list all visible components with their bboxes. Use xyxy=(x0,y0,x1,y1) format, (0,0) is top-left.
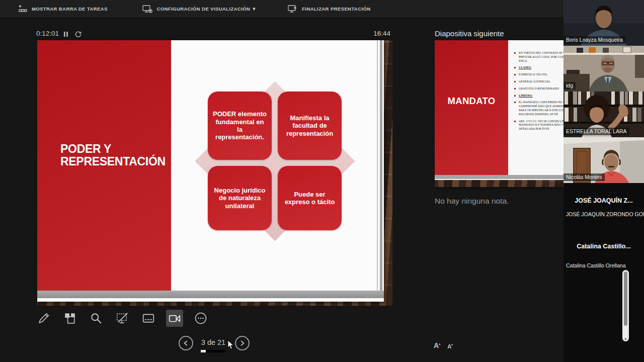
next-slide-header: Diapositiva siguiente xyxy=(435,29,504,38)
slide-progress-bar xyxy=(201,350,225,352)
next-slide-bullets: EN VIRTUD DEL CONTRATO SE OBLIGA A PREST… xyxy=(514,51,564,134)
mouse-cursor xyxy=(227,340,234,350)
bullet-item: EN VIRTUD DEL CONTRATO SE OBLIGA A PREST… xyxy=(514,51,564,63)
slide-box: Negocio jurídico de naturaleza unilatera… xyxy=(208,166,272,230)
participant-name-label: idg xyxy=(564,82,576,89)
video-tile[interactable]: Nicolás Montes xyxy=(564,137,644,183)
presenter-top-bar: MOSTRAR BARRA DE TAREAS CONFIGURACIÓN DE… xyxy=(0,0,564,18)
video-tile[interactable]: idg xyxy=(564,46,644,92)
notes-font-controls: A▴ A▾ xyxy=(434,341,453,349)
next-slide-title-panel: MANDATO xyxy=(435,40,508,175)
participants-scrollbar[interactable]: ▼ xyxy=(622,270,629,341)
show-taskbar-button[interactable]: MOSTRAR BARRA DE TAREAS xyxy=(18,4,108,14)
zoom-icon[interactable] xyxy=(88,310,105,327)
current-time: 16:44 xyxy=(347,30,390,37)
black-screen-icon[interactable] xyxy=(114,310,131,327)
bullet-item: EL MANDATO, CONCEBIDO NO COMPRENDE MÁS Q… xyxy=(514,101,564,116)
previous-slide-button[interactable] xyxy=(179,336,193,350)
slide-frame-line xyxy=(377,40,378,291)
pen-icon[interactable] xyxy=(35,310,52,327)
next-slide-title: MANDATO xyxy=(435,96,508,107)
slide-box: Manifiesta la facultad de representación xyxy=(278,92,342,160)
slide-title-panel: PODER Y REPRESENTACIÓN xyxy=(37,40,171,291)
meeting-participants-panel: Boris Loayza Mosqueira idg xyxy=(564,0,644,362)
decrease-font-button[interactable]: A▾ xyxy=(447,343,453,349)
participant-name-label: Boris Loayza Mosqueira xyxy=(564,36,625,44)
slide-frame-line xyxy=(380,40,382,291)
more-options-icon[interactable] xyxy=(192,310,209,327)
next-slide-thumbnail[interactable]: MANDATO EN VIRTUD DEL CONTRATO SE OBLIGA… xyxy=(435,40,564,187)
participant-display-name[interactable]: Catalina Castillo... xyxy=(564,243,644,250)
slide-box: Puede ser expreso o tácito xyxy=(278,166,342,230)
bullet-item: EXPRESO O TÁCITO. xyxy=(514,73,564,77)
display-settings-label: CONFIGURACIÓN DE VISUALIZACIÓN ▼ xyxy=(157,6,257,12)
participant-name-label: Nicolás Montes xyxy=(564,173,605,181)
notes-placeholder: No hay ninguna nota. xyxy=(435,197,509,206)
bullet-item: GRATUITO O REMUNERADO xyxy=(514,87,564,91)
video-tile[interactable]: Boris Loayza Mosqueira xyxy=(564,0,644,46)
current-slide[interactable]: PODER Y REPRESENTACIÓN PODER elemento fu… xyxy=(37,40,384,302)
bullet-item: ART. 1715 CC: NO SE CONSID LÍMITES DEL M… xyxy=(514,120,564,131)
end-presentation-button[interactable]: FINALIZAR PRESENTACIÓN xyxy=(287,4,370,14)
elapsed-timer: 0:12:01 xyxy=(36,30,59,37)
next-slide-frame-bar xyxy=(435,175,564,179)
next-slide: MANDATO EN VIRTUD DEL CONTRATO SE OBLIGA… xyxy=(435,40,564,180)
slide-title: PODER Y REPRESENTACIÓN xyxy=(60,143,169,168)
presenter-view-app: { "top_bar": { "show_taskbar": "MOSTRAR … xyxy=(0,0,644,362)
all-slides-icon[interactable] xyxy=(61,310,78,327)
increase-font-button[interactable]: A▴ xyxy=(434,341,440,349)
participant-name-label: ESTRELLA TORAL LARA xyxy=(564,128,629,135)
taskbar-icon xyxy=(18,4,28,14)
video-tile[interactable]: ESTRELLA TORAL LARA xyxy=(564,92,644,137)
scrollbar-thumb[interactable] xyxy=(624,272,627,326)
presenter-toolbar xyxy=(35,308,209,328)
show-taskbar-label: MOSTRAR BARRA DE TAREAS xyxy=(32,6,108,12)
camera-icon[interactable] xyxy=(166,310,183,327)
display-settings-button[interactable]: CONFIGURACIÓN DE VISUALIZACIÓN ▼ xyxy=(142,4,257,14)
end-presentation-icon xyxy=(287,4,298,14)
slide-position: 3 de 21 xyxy=(199,338,227,346)
current-slide-stage: PODER Y REPRESENTACIÓN PODER elemento fu… xyxy=(37,40,392,306)
end-presentation-label: FINALIZAR PRESENTACIÓN xyxy=(302,6,370,12)
participant-name-label: Catalina Castillo Orellana xyxy=(565,262,627,269)
display-settings-icon xyxy=(142,4,153,14)
slide-progress-fill xyxy=(201,350,206,352)
slide-box: PODER elemento fundamental en la represe… xyxy=(208,92,272,160)
next-slide-button[interactable] xyxy=(235,336,250,350)
slide-frame-bar xyxy=(37,291,384,298)
restart-timer-button[interactable] xyxy=(73,30,83,39)
bullet-item: LÍMITES: xyxy=(514,94,564,98)
pause-timer-button[interactable] xyxy=(61,30,70,39)
captions-icon[interactable] xyxy=(140,310,157,327)
bullet-item: GENERAL O ESPECIAL xyxy=(514,80,564,84)
participant-name-label: JOSÉ JOAQUÍN ZORONDO GONTHIER xyxy=(565,211,644,218)
scrollbar-down-arrow[interactable]: ▼ xyxy=(622,337,629,341)
bullet-item: CLASES: xyxy=(514,66,564,70)
participant-display-name[interactable]: JOSÉ JOAQUÍN Z... xyxy=(564,197,644,204)
